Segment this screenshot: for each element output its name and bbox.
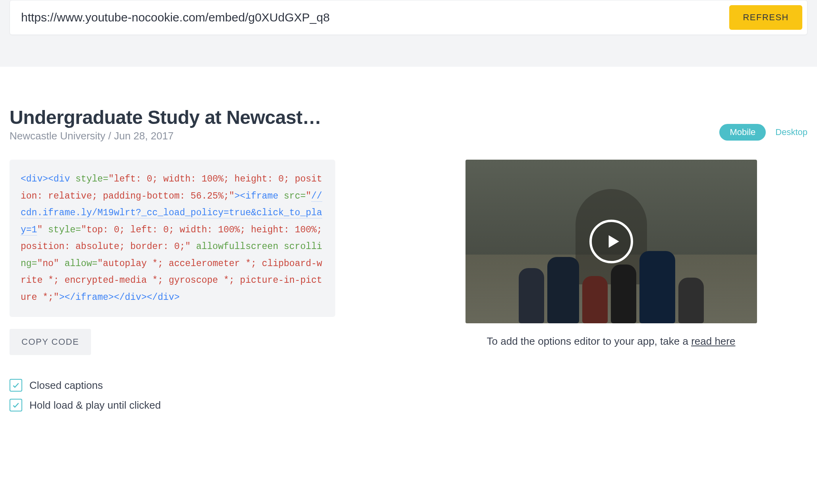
code-token: = — [92, 259, 97, 269]
code-token: = — [300, 191, 306, 201]
read-here-link[interactable]: read here — [691, 335, 735, 347]
thumb-person — [611, 265, 636, 323]
thumb-person — [639, 251, 675, 323]
code-token: style — [70, 174, 103, 184]
thumb-person — [519, 268, 544, 323]
svg-marker-0 — [608, 235, 619, 248]
checkbox-closed-captions[interactable] — [10, 379, 22, 392]
code-token: ><iframe — [234, 191, 278, 201]
thumb-person — [547, 257, 579, 323]
play-icon — [605, 233, 621, 250]
label-hold-load: Hold load & play until clicked — [29, 399, 161, 411]
code-token: " — [37, 225, 42, 235]
check-icon — [12, 401, 20, 409]
page-subtitle: Newcastle University / Jun 28, 2017 — [10, 130, 719, 142]
code-token: = — [103, 174, 108, 184]
thumb-person — [582, 276, 608, 323]
tab-mobile[interactable]: Mobile — [719, 124, 766, 141]
play-button[interactable] — [589, 220, 633, 263]
code-token: = — [75, 225, 81, 235]
tab-desktop[interactable]: Desktop — [775, 127, 807, 137]
url-input[interactable] — [21, 11, 729, 24]
thumb-person — [678, 278, 704, 323]
view-toggle: Mobile Desktop — [719, 124, 807, 142]
caption-text: To add the options editor to your app, t… — [487, 335, 691, 347]
copy-code-button[interactable]: COPY CODE — [10, 329, 91, 355]
code-token: = — [32, 259, 37, 269]
code-token: " — [306, 191, 311, 201]
embed-code-box[interactable]: <div><div style="left: 0; width: 100%; h… — [10, 160, 335, 317]
video-preview[interactable] — [465, 160, 757, 323]
code-token: src — [278, 191, 300, 201]
code-token: ></iframe></div></div> — [59, 292, 180, 303]
page-title: Undergraduate Study at Newcast… — [10, 106, 719, 128]
check-icon — [12, 381, 20, 389]
url-bar: REFRESH — [10, 0, 807, 35]
refresh-button[interactable]: REFRESH — [729, 5, 802, 30]
label-closed-captions: Closed captions — [29, 379, 103, 392]
code-token: allow — [59, 259, 92, 269]
code-token: <div><div — [21, 174, 70, 184]
checkbox-hold-load[interactable] — [10, 399, 22, 411]
code-token: style — [42, 225, 75, 235]
preview-caption: To add the options editor to your app, t… — [487, 335, 736, 348]
code-token: "no" — [37, 259, 59, 269]
